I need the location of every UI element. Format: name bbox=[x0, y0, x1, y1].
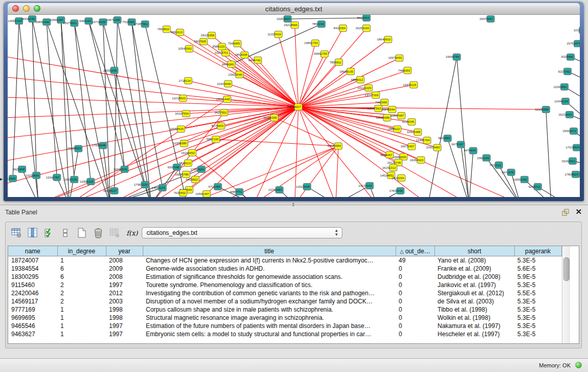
table-cell[interactable]: 1 bbox=[57, 256, 106, 265]
table-cell[interactable]: 9115460 bbox=[8, 281, 57, 289]
column-header-short[interactable]: short bbox=[434, 246, 514, 256]
table-cell[interactable]: 5.3E-5 bbox=[514, 256, 561, 265]
table-cell[interactable]: Embryonic stem cells: a model to study s… bbox=[143, 330, 396, 338]
table-cell[interactable]: 0 bbox=[396, 297, 434, 305]
column-header-in_degree[interactable]: in_degree bbox=[57, 246, 106, 256]
table-cell[interactable]: 1 bbox=[57, 322, 106, 330]
table-cell[interactable]: 2012 bbox=[106, 289, 143, 297]
table-cell[interactable]: 9699695 bbox=[8, 314, 57, 322]
table-cell[interactable]: Corpus callosum shape and size in male p… bbox=[143, 305, 396, 314]
panel-collapse-arrow-icon[interactable]: ▸ bbox=[0, 176, 3, 182]
table-cell[interactable]: 5.3E-5 bbox=[514, 330, 561, 338]
table-cell[interactable]: Jankovic et al. (1997) bbox=[434, 281, 514, 289]
column-header-out_de[interactable]: △out_de… bbox=[396, 246, 434, 256]
table-cell[interactable]: Yano et al. (2008) bbox=[434, 256, 514, 265]
select-column-icon[interactable] bbox=[26, 226, 39, 239]
network-graph[interactable]: 1872400776638228660113182260585827505858… bbox=[8, 15, 580, 197]
table-row[interactable]: 1872400712008Changes of HCN gene express… bbox=[8, 256, 561, 265]
table-cell[interactable]: 49 bbox=[396, 256, 434, 265]
table-row[interactable]: 969969511998Structural magnetic resonanc… bbox=[8, 314, 561, 322]
table-chooser-dropdown[interactable]: citations_edges.txt ▲▼ bbox=[142, 227, 342, 238]
zoom-window-icon[interactable] bbox=[34, 5, 40, 12]
table-cell[interactable]: Franke et al. (2009) bbox=[434, 265, 514, 273]
table-cell[interactable]: Estimation of significance thresholds fo… bbox=[143, 273, 396, 281]
table-row[interactable]: 946554611997Estimation of the future num… bbox=[8, 322, 561, 330]
table-cell[interactable]: 9777169 bbox=[8, 305, 57, 314]
table-cell[interactable]: 5.3E-5 bbox=[514, 281, 561, 289]
table-cell[interactable]: Nakamura et al. (1997) bbox=[434, 322, 514, 330]
memory-ok-indicator[interactable] bbox=[575, 362, 582, 368]
new-document-icon[interactable] bbox=[75, 226, 89, 239]
table-row[interactable]: 911546021997Tourette syndrome. Phenomeno… bbox=[8, 281, 561, 289]
table-cell[interactable]: Structural magnetic resonance image aver… bbox=[143, 314, 396, 322]
table-cell[interactable]: 0 bbox=[396, 305, 434, 314]
table-cell[interactable]: 5.3E-5 bbox=[514, 305, 561, 314]
table-row[interactable]: 1456911722003Disruption of a novel membe… bbox=[8, 297, 561, 305]
column-header-name[interactable]: name bbox=[8, 246, 57, 256]
clear-selection-icon[interactable] bbox=[59, 226, 72, 239]
table-cell[interactable]: 14569117 bbox=[8, 297, 57, 305]
table-cell[interactable]: 1997 bbox=[106, 330, 143, 338]
table-row[interactable]: 2242004622012Investigating the contribut… bbox=[8, 289, 561, 297]
table-cell[interactable]: Disruption of a novel member of a sodium… bbox=[143, 297, 396, 305]
table-row[interactable]: 1938455462009Genome-wide association stu… bbox=[8, 265, 561, 273]
table-cell[interactable]: Genome-wide association studies in ADHD. bbox=[143, 265, 396, 273]
table-cell[interactable]: 6 bbox=[57, 265, 106, 273]
delete-trash-icon[interactable] bbox=[92, 226, 105, 239]
table-cell[interactable]: 9465546 bbox=[8, 322, 57, 330]
select-all-icon[interactable] bbox=[42, 226, 56, 239]
table-cell[interactable]: Wolkin et al. (1998) bbox=[434, 314, 514, 322]
table-cell[interactable]: 1998 bbox=[106, 305, 143, 314]
table-cell[interactable]: Tibbo et al. (1998) bbox=[434, 305, 514, 314]
table-cell[interactable]: 0 bbox=[396, 273, 434, 281]
table-cell[interactable]: 1997 bbox=[106, 281, 143, 289]
network-window-titlebar[interactable]: citations_edges.txt bbox=[8, 3, 580, 15]
float-panel-icon[interactable] bbox=[561, 208, 570, 216]
table-settings-icon[interactable] bbox=[10, 226, 23, 239]
table-row[interactable]: 977716911998Corpus callosum shape and si… bbox=[8, 305, 561, 314]
vertical-scrollbar[interactable] bbox=[562, 246, 570, 343]
table-row[interactable]: 1830029562008Estimation of significance … bbox=[8, 273, 561, 281]
table-cell[interactable]: 1998 bbox=[106, 314, 143, 322]
table-cell[interactable]: 5.6E-5 bbox=[514, 265, 561, 273]
table-cell[interactable]: 1 bbox=[57, 314, 106, 322]
table-cell[interactable]: 5.3E-5 bbox=[514, 322, 561, 330]
table-cell[interactable]: 2008 bbox=[106, 256, 143, 265]
table-cell[interactable]: 0 bbox=[396, 281, 434, 289]
column-header-year[interactable]: year bbox=[106, 246, 143, 256]
scrollbar-thumb[interactable] bbox=[563, 257, 570, 281]
table-cell[interactable]: 18300295 bbox=[8, 273, 57, 281]
table-cell[interactable]: 2 bbox=[57, 297, 106, 305]
table-cell[interactable]: 5.9E-5 bbox=[514, 273, 561, 281]
table-cell[interactable]: 1 bbox=[57, 330, 106, 338]
table-cell[interactable]: 2008 bbox=[106, 273, 143, 281]
table-cell[interactable]: 0 bbox=[396, 330, 434, 338]
table-row[interactable]: 946362711997Embryonic stem cells: a mode… bbox=[8, 330, 561, 338]
table-cell[interactable]: 5.3E-5 bbox=[514, 297, 561, 305]
table-cell[interactable]: 18724007 bbox=[8, 256, 57, 265]
table-cell[interactable]: 1997 bbox=[106, 322, 143, 330]
table-cell[interactable]: Stergiakouli et al. (2012) bbox=[434, 289, 514, 297]
table-cell[interactable]: Changes of HCN gene expression and I(f) … bbox=[143, 256, 396, 265]
splitter-handle[interactable]: ▲▼ bbox=[291, 202, 296, 205]
table-cell[interactable]: 0 bbox=[396, 289, 434, 297]
table-cell[interactable]: 0 bbox=[396, 322, 434, 330]
table-cell[interactable]: 5.3E-5 bbox=[514, 314, 561, 322]
close-window-icon[interactable] bbox=[12, 5, 19, 12]
table-cell[interactable]: 6 bbox=[57, 273, 106, 281]
table-cell[interactable]: 5.5E-5 bbox=[514, 289, 561, 297]
table-cell[interactable]: 0 bbox=[396, 265, 434, 273]
table-cell[interactable]: 2003 bbox=[106, 297, 143, 305]
table-cell[interactable]: Hescheler et al. (1997) bbox=[434, 330, 514, 338]
table-cell[interactable]: 2009 bbox=[106, 265, 143, 273]
table-cell[interactable]: 2 bbox=[57, 281, 106, 289]
function-builder-icon[interactable]: f(x) bbox=[126, 229, 138, 237]
minimize-window-icon[interactable] bbox=[23, 5, 30, 12]
table-cell[interactable]: 19384554 bbox=[8, 265, 57, 273]
column-header-title[interactable]: title bbox=[143, 246, 396, 256]
column-header-pagerank[interactable]: pagerank bbox=[514, 246, 561, 256]
table-cell[interactable]: 2 bbox=[57, 289, 106, 297]
network-canvas[interactable]: 1872400776638228660113182260585827505858… bbox=[8, 15, 580, 197]
table-cell[interactable]: Investigating the contribution of common… bbox=[143, 289, 396, 297]
table-cell[interactable]: Estimation of the future numbers of pati… bbox=[143, 322, 396, 330]
